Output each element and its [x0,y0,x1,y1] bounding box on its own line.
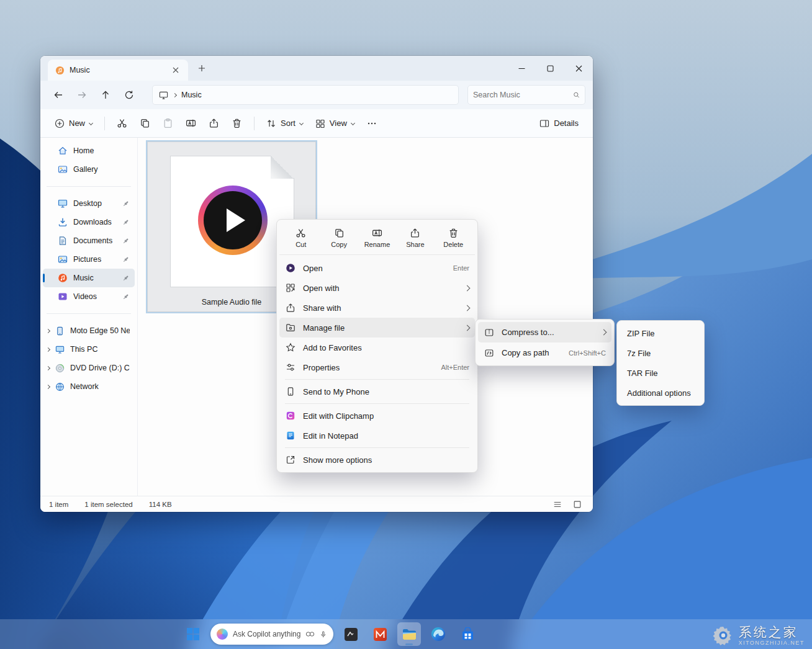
sidebar-item-this-pc[interactable]: This PC [43,340,135,359]
rename-button[interactable] [180,113,202,134]
search-input[interactable] [473,91,573,99]
details-button[interactable]: Details [534,113,584,134]
up-button[interactable] [95,85,116,105]
forward-button[interactable] [71,85,92,105]
breadcrumb[interactable]: Music [152,85,459,105]
cut-button[interactable] [111,113,133,134]
sidebar-item-gallery[interactable]: Gallery [43,160,135,179]
sidebar-item-moto-edge[interactable]: Moto Edge 50 Neo [43,321,135,340]
submenu-item-tar-file[interactable]: TAR File [620,363,701,383]
microphone-icon[interactable] [320,630,327,639]
maximize-button[interactable] [536,56,564,81]
menu-item-show-more-options[interactable]: Show more options [279,450,475,470]
pictures-icon [58,254,68,264]
delete-quick-action[interactable]: Delete [436,223,471,251]
view-button[interactable]: View [310,113,360,134]
submenu-item-additional-options[interactable]: Additional options [620,383,701,403]
properties-icon [286,362,295,372]
breadcrumb-location[interactable]: Music [181,91,202,99]
taskbar-m365-app[interactable] [368,622,392,646]
manage-file-icon [286,323,295,333]
copilot-search-box[interactable]: Ask Copilot anything [210,624,333,645]
downloads-icon [58,217,68,227]
share-button[interactable] [203,113,225,134]
menu-item-label: 7z File [627,349,694,358]
menu-item-open[interactable]: Open Enter [279,258,475,278]
start-button[interactable] [181,622,205,646]
tab-close-icon[interactable] [168,63,183,78]
menu-item-properties[interactable]: Properties Alt+Enter [279,357,475,377]
expand-chevron-icon[interactable] [46,384,50,388]
menu-item-share-with[interactable]: Share with [279,298,475,318]
menu-item-open-with[interactable]: Open with [279,278,475,298]
paste-button[interactable] [157,113,179,134]
submenu-item-compress-to[interactable]: Compress to... [478,322,611,342]
menu-item-send-to-phone[interactable]: Send to My Phone [279,382,475,401]
menu-separator [285,379,469,380]
menu-item-edit-in-notepad[interactable]: Edit in Notepad [279,426,475,445]
expand-chevron-icon[interactable] [46,328,50,333]
thumbnail-view-toggle[interactable] [571,498,584,511]
watermark-site-url: XITONGZHIJIA.NET [739,640,805,646]
submenu-chevron-icon [464,324,471,331]
copilot-icon [217,629,228,640]
rename-quick-action[interactable]: Rename [359,223,395,251]
menu-item-label: Show more options [303,455,469,465]
submenu-item-7z-file[interactable]: 7z File [620,343,701,363]
desktop: Music Music [0,0,812,649]
sidebar-item-label: Music [73,274,116,282]
sidebar-item-network[interactable]: Network [43,377,135,396]
sidebar-item-documents[interactable]: Documents [43,231,135,250]
minimize-button[interactable] [507,56,536,81]
share-icon [209,118,219,128]
menu-item-label: Edit in Notepad [303,431,469,441]
details-view-toggle[interactable] [551,498,564,511]
vision-rings-icon[interactable] [305,630,315,638]
show-more-icon [286,455,295,465]
expand-chevron-icon[interactable] [46,365,50,370]
taskbar-app-dark[interactable] [339,622,363,646]
edge-browser-icon [431,627,446,642]
network-icon [55,382,65,392]
sidebar-item-pictures[interactable]: Pictures [43,250,135,269]
title-bar: Music [40,56,593,81]
sidebar-item-downloads[interactable]: Downloads [43,213,135,231]
sidebar-item-home[interactable]: Home [43,141,135,160]
sort-dropdown-chevron-icon [299,121,304,125]
quick-action-label: Share [406,241,424,248]
submenu-item-zip-file[interactable]: ZIP File [620,323,701,343]
sidebar-item-music[interactable]: Music [43,269,135,287]
menu-item-add-to-favorites[interactable]: Add to Favorites [279,338,475,357]
submenu-item-copy-as-path[interactable]: Copy as path Ctrl+Shift+C [478,342,611,363]
taskbar-file-explorer[interactable] [397,622,421,646]
delete-icon [232,118,242,128]
new-tab-button[interactable] [194,61,209,76]
cut-quick-action[interactable]: Cut [283,223,318,251]
tab-music[interactable]: Music [48,60,188,81]
share-quick-action[interactable]: Share [397,223,433,251]
tab-title: Music [70,66,163,74]
rename-icon [186,118,196,128]
menu-separator [285,447,469,448]
search-box[interactable] [467,85,585,105]
sidebar-item-videos[interactable]: Videos [43,287,135,306]
menu-item-manage-file[interactable]: Manage file [279,318,475,338]
sort-button[interactable]: Sort [261,113,309,134]
sidebar-item-dvd-drive[interactable]: DVD Drive (D:) CCC [43,359,135,377]
taskbar-store[interactable] [456,622,479,646]
sidebar-item-desktop[interactable]: Desktop [43,194,135,213]
new-button[interactable]: New [49,113,98,134]
quick-action-label: Rename [364,241,390,248]
menu-item-edit-with-clipchamp[interactable]: Edit with Clipchamp [279,406,475,426]
more-options-button[interactable] [361,113,382,134]
expand-chevron-icon[interactable] [46,347,50,351]
back-button[interactable] [48,85,69,105]
menu-item-label: Properties [303,363,434,372]
taskbar-edge[interactable] [426,622,450,646]
close-button[interactable] [564,56,593,81]
refresh-button[interactable] [119,85,140,105]
pin-icon [122,274,130,282]
delete-button[interactable] [226,113,248,134]
copy-quick-action[interactable]: Copy [322,223,357,251]
copy-button[interactable] [134,113,156,134]
